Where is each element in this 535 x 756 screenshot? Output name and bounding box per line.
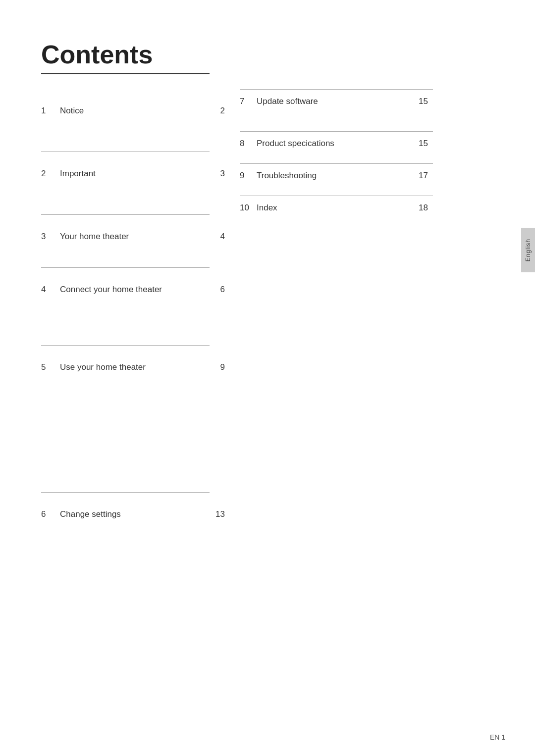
right-toc-item-9: 9 Troubleshooting 17 xyxy=(240,164,433,196)
spacer-1 xyxy=(41,127,230,151)
page-title: Contents xyxy=(41,40,494,69)
toc-item-3: 3 Your home theater 4 xyxy=(41,215,230,252)
toc-label-1: Notice xyxy=(60,106,84,116)
right-toc-row-7: 7 Update software 15 xyxy=(240,90,433,113)
toc-row-4: 4 Connect your home theater 6 xyxy=(41,277,230,297)
right-toc-label-9: Troubleshooting xyxy=(257,171,317,181)
toc-number-4: 4 xyxy=(41,285,51,295)
toc-row-5: 5 Use your home theater 9 xyxy=(41,354,230,374)
right-toc-item-8: 8 Product speci­cations 15 xyxy=(240,132,433,163)
toc-label-3: Your home theater xyxy=(60,232,129,242)
right-toc-number-8: 8 xyxy=(240,139,250,149)
toc-page-5: 9 xyxy=(220,362,230,372)
toc-number-6: 6 xyxy=(41,509,51,519)
right-toc-page-7: 15 xyxy=(419,97,433,106)
footer-text: EN 1 xyxy=(490,733,505,741)
footer-bar: EN 1 xyxy=(490,733,505,741)
toc-item-5: 5 Use your home theater 9 xyxy=(41,346,230,383)
content-layout: 1 Notice 2 2 Important 3 xyxy=(0,89,535,530)
toc-label-4: Connect your home theater xyxy=(60,285,162,295)
title-underline xyxy=(41,73,210,74)
toc-row-6: 6 Change settings 13 xyxy=(41,502,230,521)
toc-label-6: Change settings xyxy=(60,509,121,519)
toc-item-2: 2 Important 3 xyxy=(41,152,230,190)
toc-row-1: 1 Notice 2 xyxy=(41,98,230,118)
spacer-3 xyxy=(41,252,230,267)
toc-number-5: 5 xyxy=(41,362,51,372)
right-toc-item-7: 7 Update software 15 xyxy=(240,90,433,121)
toc-number-2: 2 xyxy=(41,169,51,179)
right-toc-number-9: 9 xyxy=(240,171,250,181)
right-toc-number-10: 10 xyxy=(240,203,250,213)
toc-item-6: 6 Change settings 13 xyxy=(41,493,230,530)
toc-page-6: 13 xyxy=(215,509,230,519)
spacer-2 xyxy=(41,190,230,214)
sidebar-tab: English xyxy=(521,228,535,272)
left-column: 1 Notice 2 2 Important 3 xyxy=(0,89,240,530)
toc-label-2: Important xyxy=(60,169,96,179)
toc-page-3: 4 xyxy=(220,232,230,242)
right-toc-label-10: Index xyxy=(257,203,277,213)
toc-item-4: 4 Connect your home theater 6 xyxy=(41,268,230,305)
right-column: 7 Update software 15 8 Product speci­cat… xyxy=(240,89,453,228)
right-toc-page-9: 17 xyxy=(419,171,433,181)
toc-number-1: 1 xyxy=(41,106,51,116)
toc-label-5: Use your home theater xyxy=(60,362,146,372)
spacer-4 xyxy=(41,305,230,345)
toc-page-4: 6 xyxy=(220,285,230,295)
spacer-5 xyxy=(41,383,230,492)
right-toc-number-7: 7 xyxy=(240,97,250,106)
title-section: Contents xyxy=(0,30,535,89)
toc-row-3: 3 Your home theater 4 xyxy=(41,224,230,244)
sidebar-tab-label: English xyxy=(525,239,532,261)
toc-page-1: 2 xyxy=(220,106,230,116)
toc-number-3: 3 xyxy=(41,232,51,242)
right-toc-label-8: Product speci­cations xyxy=(257,139,334,149)
toc-row-2: 2 Important 3 xyxy=(41,161,230,181)
right-spacer-7 xyxy=(240,121,433,131)
toc-item-1: 1 Notice 2 xyxy=(41,89,230,127)
toc-page-2: 3 xyxy=(220,169,230,179)
right-toc-item-10: 10 Index 18 xyxy=(240,196,433,228)
right-toc-page-10: 18 xyxy=(419,203,433,213)
right-toc-row-8: 8 Product speci­cations 15 xyxy=(240,132,433,155)
right-toc-label-7: Update software xyxy=(257,97,318,106)
right-toc-row-9: 9 Troubleshooting 17 xyxy=(240,164,433,188)
right-toc-page-8: 15 xyxy=(419,139,433,149)
right-toc-row-10: 10 Index 18 xyxy=(240,196,433,220)
page-container: Contents 1 Notice 2 xyxy=(0,0,535,756)
